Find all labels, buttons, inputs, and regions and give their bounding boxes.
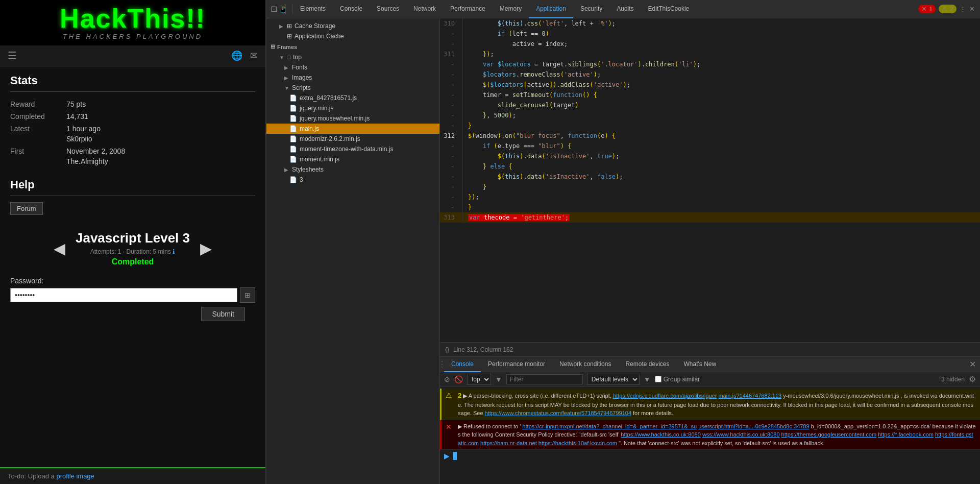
file-main-js[interactable]: 📄 main.js: [266, 124, 439, 134]
file-extra[interactable]: 📄 extra_8427816571.js: [266, 93, 439, 103]
tab-memory[interactable]: Memory: [493, 0, 529, 18]
file-icon: 📄: [289, 176, 297, 183]
inspect-icon[interactable]: ⊡: [271, 4, 277, 14]
more-options-icon[interactable]: ⋮: [960, 5, 966, 13]
console-tab-bar: ⋮ Console Performance monitor Network co…: [440, 357, 980, 372]
link-userscript[interactable]: userscript.html?id=a...-0c9e2845bd8c:347…: [698, 423, 809, 429]
link-chromestatus[interactable]: https://www.chromestatus.com/feature/571…: [485, 410, 631, 416]
link-cloudflare[interactable]: https://cdnjs.cloudflare.com/ajax/libs/j…: [613, 393, 717, 399]
level-info: Javascript Level 3 Attempts: 1 · Duratio…: [76, 230, 190, 267]
code-line: - timer = setTimeout(function() {: [440, 90, 980, 100]
frames-section[interactable]: ⊞ Frames: [266, 41, 439, 52]
link-mainjs[interactable]: main.js?1446747682:113: [719, 393, 782, 399]
mail-icon[interactable]: ✉: [250, 50, 258, 61]
code-text: $(this).data('isInactive', false);: [463, 172, 980, 182]
tab-network[interactable]: Network: [406, 0, 443, 18]
app-cache-icon: ⊞: [287, 33, 292, 40]
level-dropdown-icon[interactable]: ▼: [644, 375, 651, 383]
filter-input[interactable]: [506, 374, 583, 384]
logo-subtitle: THE HACKERS PLAYGROUND: [10, 33, 255, 40]
file-jquery[interactable]: 📄 jquery.min.js: [266, 103, 439, 113]
forum-button[interactable]: Forum: [10, 202, 43, 215]
code-line-310: 310 $(this).css('left', left + '%');: [440, 18, 980, 29]
submit-button[interactable]: Submit: [201, 307, 245, 321]
error-icon: ✕: [446, 423, 454, 431]
scripts-item[interactable]: ▼ Scripts: [266, 83, 439, 93]
frame-selector[interactable]: top: [467, 374, 491, 385]
code-line: - $($locators[active]).addClass('active'…: [440, 80, 980, 90]
cache-storage-item[interactable]: ▶ ⊞ Cache Storage: [266, 21, 439, 31]
log-level-select[interactable]: Default levels: [587, 374, 640, 385]
link-google-usercontent[interactable]: https://themes.googleusercontent.com: [781, 431, 877, 438]
clear-icon[interactable]: 🚫: [454, 375, 463, 383]
reward-label: Reward: [10, 100, 66, 108]
images-item[interactable]: ▶ Images: [266, 72, 439, 83]
console-tab-remote-devices[interactable]: Remote devices: [618, 357, 676, 372]
devtools-right-icons: ✕ 1 ⚠ 2 ⋮ ✕: [918, 5, 980, 13]
app-cache-item[interactable]: ⊞ Application Cache: [266, 31, 439, 41]
code-text: if (e.type === "blur") {: [463, 141, 980, 151]
prompt-cursor[interactable]: [453, 452, 457, 460]
tab-console[interactable]: Console: [333, 0, 370, 18]
tab-application[interactable]: Application: [529, 0, 573, 18]
todo-link[interactable]: profile image: [56, 472, 94, 480]
settings-icon[interactable]: ⚙: [969, 374, 976, 384]
top-icons: 🌐 ✉: [231, 50, 258, 61]
password-input[interactable]: [10, 288, 237, 302]
link-nr-data[interactable]: https://bam.nr-data.net: [480, 440, 537, 446]
tab-security[interactable]: Security: [573, 0, 609, 18]
close-devtools-icon[interactable]: ✕: [969, 5, 975, 13]
file-label: moment.min.js: [300, 156, 339, 163]
link-facebook[interactable]: https://*.facebook.com: [878, 431, 934, 438]
frame-dropdown-icon[interactable]: ▼: [495, 375, 502, 383]
prompt-arrow: ▶: [444, 452, 450, 460]
link-hackthis-wss[interactable]: wss://www.hackthis.co.uk:8080: [702, 431, 780, 438]
code-line-311: 311 });: [440, 49, 980, 59]
code-text: $($locators[active]).addClass('active');: [463, 80, 980, 90]
code-line-313-highlighted: 313 var thecode = 'getinthere';: [440, 212, 980, 223]
stop-icon[interactable]: ⊘: [444, 375, 450, 383]
menu-icon[interactable]: ☰: [8, 50, 17, 62]
tab-performance[interactable]: Performance: [443, 0, 493, 18]
todo-bar: To-do: Upload a profile image: [0, 467, 265, 484]
file-moment[interactable]: 📄 moment.min.js: [266, 154, 439, 164]
console-tab-whats-new[interactable]: What's New: [677, 357, 724, 372]
close-console-icon[interactable]: ✕: [969, 359, 976, 369]
todo-text: To-do: Upload a: [8, 472, 55, 480]
tab-editthiscookie[interactable]: EditThisCookie: [641, 0, 697, 18]
next-level-button[interactable]: ▶: [200, 239, 212, 257]
stylesheet-count-item[interactable]: 📄 3: [266, 175, 439, 185]
password-view-icon[interactable]: ⊞: [240, 287, 255, 303]
fonts-item[interactable]: ▶ Fonts: [266, 62, 439, 72]
link-hackthis-http[interactable]: https://www.hackthis.co.uk:8080: [621, 431, 701, 438]
file-modernizr[interactable]: 📄 modernizr-2.6.2.min.js: [266, 134, 439, 144]
group-similar-checkbox[interactable]: [655, 376, 662, 382]
warn-badge: ⚠ 2: [939, 5, 957, 13]
link-kxcdn[interactable]: https://hackthis-10af.kxcdn.com: [538, 440, 617, 446]
images-arrow: ▶: [284, 75, 289, 81]
file-jquery-mousewheel[interactable]: 📄 jquery.mousewheel.min.js: [266, 113, 439, 124]
console-tab-console[interactable]: Console: [444, 357, 481, 372]
stylesheets-item[interactable]: ▶ Stylesheets: [266, 164, 439, 175]
link-cr-input[interactable]: https://cr-input.mxpnl.net/data?_channel…: [522, 423, 697, 429]
line-number: 312: [440, 131, 463, 141]
top-frame[interactable]: ▼ □ top: [266, 52, 439, 62]
globe-icon[interactable]: 🌐: [231, 50, 242, 61]
info-icon[interactable]: ℹ: [173, 248, 175, 255]
first-user: The.Almighty: [10, 157, 255, 165]
file-tree: ▶ ⊞ Cache Storage ⊞ Application Cache ⊞ …: [266, 18, 440, 484]
code-text: });: [463, 49, 980, 59]
prev-level-button[interactable]: ◀: [54, 239, 65, 257]
tab-elements[interactable]: Elements: [293, 0, 333, 18]
console-tab-performance-monitor[interactable]: Performance monitor: [481, 357, 552, 372]
top-frame-icon: □: [287, 54, 290, 61]
tab-sources[interactable]: Sources: [370, 0, 406, 18]
top-label: top: [293, 54, 302, 61]
frames-label: Frames: [277, 44, 297, 50]
file-moment-tz[interactable]: 📄 moment-timezone-with-data.min.js: [266, 144, 439, 154]
app-cache-label: Application Cache: [295, 33, 344, 40]
console-drag-handle[interactable]: ⋮: [440, 359, 444, 369]
console-tab-network-conditions[interactable]: Network conditions: [552, 357, 618, 372]
tab-audits[interactable]: Audits: [609, 0, 641, 18]
device-icon[interactable]: 📱: [278, 4, 288, 14]
